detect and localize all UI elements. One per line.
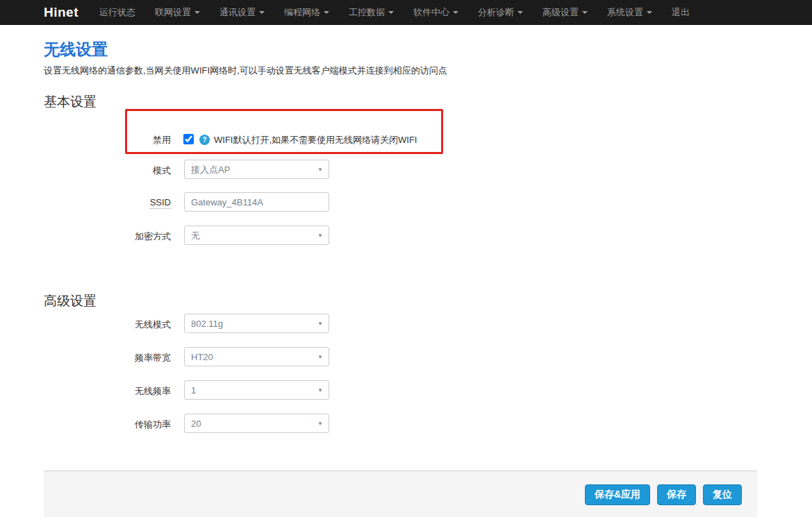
red-annotation-box [125,109,443,154]
top-navbar: Hinet 运行状态 联网设置 通讯设置 编程网络 工控数据 软件中心 分析诊断… [0,0,812,25]
nav-item-industrial-data[interactable]: 工控数据 [339,0,404,25]
bandwidth-label: 频率带宽 [44,352,171,364]
channel-label: 无线频率 [44,385,171,398]
nav-menu: 运行状态 联网设置 通讯设置 编程网络 工控数据 软件中心 分析诊断 高级设置 … [90,0,699,25]
ssid-label: SSID [44,197,171,207]
caret-down-icon [388,11,394,14]
nav-item-analysis-diagnosis[interactable]: 分析诊断 [468,0,533,25]
bandwidth-select[interactable]: HT20 [184,347,329,366]
caret-down-icon [324,11,329,14]
reset-button[interactable]: 复位 [703,484,742,505]
disable-checkbox[interactable] [183,134,194,144]
caret-down-icon [259,11,265,14]
nav-item-logout[interactable]: 退出 [662,0,699,25]
caret-down-icon [647,11,652,14]
wireless-mode-label: 无线模式 [44,319,171,331]
brand-logo[interactable]: Hinet [44,5,78,20]
encryption-label: 加密方式 [44,230,171,243]
caret-down-icon [517,11,523,14]
nav-item-network-settings[interactable]: 联网设置 [145,0,210,25]
basic-settings-heading: 基本设置 [44,93,97,111]
wireless-settings-page: Hinet 运行状态 联网设置 通讯设置 编程网络 工控数据 软件中心 分析诊断… [0,0,812,517]
encryption-select[interactable]: 无 [184,226,329,245]
caret-down-icon [453,11,458,14]
tx-power-select[interactable]: 20 [184,414,329,433]
nav-item-running-status[interactable]: 运行状态 [90,0,145,25]
footer-action-bar: 保存&应用 保存 复位 [44,471,757,517]
help-icon[interactable]: ? [199,135,210,145]
nav-item-software-center[interactable]: 软件中心 [404,0,468,25]
nav-item-programming-network[interactable]: 编程网络 [274,0,339,25]
caret-down-icon [582,11,588,14]
save-button[interactable]: 保存 [657,484,696,505]
nav-item-system-settings[interactable]: 系统设置 [597,0,662,25]
page-subtitle: 设置无线网络的通信参数,当网关使用WIFI网络时,可以手动设置无线客户端模式并连… [44,65,447,77]
tx-power-label: 传输功率 [44,418,171,431]
ssid-input[interactable] [184,192,329,212]
disable-hint-text: WIFI默认打开,如果不需要使用无线网络请关闭WIFI [214,134,417,146]
advanced-settings-heading: 高级设置 [44,292,97,310]
mode-select[interactable]: 接入点AP [184,160,329,179]
disable-label: 禁用 [44,134,171,146]
save-apply-button[interactable]: 保存&应用 [585,484,650,505]
mode-label: 模式 [44,164,171,177]
nav-item-advanced-settings[interactable]: 高级设置 [533,0,597,25]
page-title: 无线设置 [44,39,108,60]
caret-down-icon [194,11,200,14]
channel-select[interactable]: 1 [184,380,329,400]
nav-item-comm-settings[interactable]: 通讯设置 [210,0,274,25]
wireless-mode-select[interactable]: 802.11g [184,314,329,333]
